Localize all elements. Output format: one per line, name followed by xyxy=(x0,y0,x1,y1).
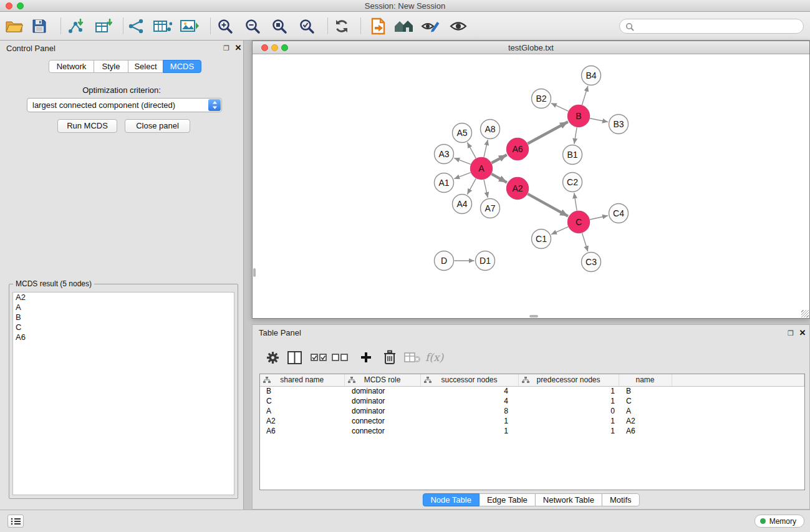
close-traffic-light[interactable] xyxy=(6,2,12,9)
graph-edge-A-A8[interactable] xyxy=(484,140,488,157)
table-cell[interactable]: 1 xyxy=(518,416,619,426)
memory-button[interactable]: Memory xyxy=(755,515,804,528)
graph-edge-C-C4[interactable] xyxy=(590,216,608,220)
annotation-mode-button[interactable] xyxy=(421,19,440,33)
table-cell[interactable]: A2 xyxy=(260,416,344,426)
graph-edge-A-A5[interactable] xyxy=(467,142,476,158)
table-cell[interactable]: connector xyxy=(344,426,420,436)
network-zoom-traffic-light[interactable] xyxy=(281,44,288,51)
table-cell[interactable]: 1 xyxy=(518,396,619,406)
table-row[interactable]: Bdominator41B xyxy=(260,386,804,396)
graph-edge-B-B3[interactable] xyxy=(590,118,608,122)
refresh-button[interactable] xyxy=(334,18,350,34)
table-cell[interactable]: dominator xyxy=(344,396,420,406)
graph-edge-A-A7[interactable] xyxy=(484,180,488,198)
column-header-shared-name[interactable]: shared name xyxy=(260,374,344,386)
graph-edge-C-C1[interactable] xyxy=(551,227,568,235)
deselect-all-columns-button[interactable] xyxy=(332,345,348,370)
tab-mcds[interactable]: MCDS xyxy=(163,60,201,73)
table-cell[interactable]: A xyxy=(619,406,672,416)
graph-edge-A-A6[interactable] xyxy=(491,155,507,163)
table-cell[interactable]: 1 xyxy=(420,416,518,426)
mcds-result-item[interactable]: C xyxy=(13,322,234,332)
show-hide-button[interactable] xyxy=(450,21,467,32)
tab-style[interactable]: Style xyxy=(94,60,128,73)
zoom-fit-button[interactable] xyxy=(271,18,287,34)
table-cell[interactable]: 4 xyxy=(420,386,518,396)
column-header-predecessor-nodes[interactable]: predecessor nodes xyxy=(518,374,619,386)
mcds-result-item[interactable]: A xyxy=(13,302,234,312)
table-cell[interactable]: C xyxy=(260,396,344,406)
zoom-selected-button[interactable] xyxy=(299,18,315,34)
graph-edge-A-A3[interactable] xyxy=(454,158,470,164)
save-session-button[interactable] xyxy=(32,19,47,34)
mcds-result-list[interactable]: A2ABCA6 xyxy=(12,292,234,495)
import-network-button[interactable] xyxy=(67,18,84,34)
network-close-traffic-light[interactable] xyxy=(261,44,268,51)
tab-network[interactable]: Network xyxy=(49,60,94,73)
table-cell[interactable]: C xyxy=(619,396,672,406)
close-panel-icon[interactable]: ✕ xyxy=(234,44,243,52)
table-cell[interactable]: A2 xyxy=(619,416,672,426)
table-float-icon[interactable]: ❐ xyxy=(786,329,795,337)
table-cell[interactable]: 0 xyxy=(518,406,619,416)
graph-edge-B-B4[interactable] xyxy=(582,86,588,105)
network-canvas[interactable]: B4B2BB3A8A5A6A3B1AC2A1A2A4A7C4CC1C3DD1 xyxy=(253,54,809,318)
tab-motifs[interactable]: Motifs xyxy=(602,493,640,506)
graph-edge-A-A4[interactable] xyxy=(467,178,476,194)
graph-edge-C-C2[interactable] xyxy=(574,193,577,210)
table-cell[interactable]: A6 xyxy=(260,426,344,436)
graph-edge-A-A1[interactable] xyxy=(454,173,470,179)
graph-edge-B-B1[interactable] xyxy=(574,127,577,143)
table-settings-button[interactable] xyxy=(266,345,280,370)
graph-edge-C-C3[interactable] xyxy=(582,233,588,252)
table-cell[interactable]: 1 xyxy=(420,426,518,436)
network-table-button[interactable] xyxy=(153,19,172,34)
table-cell[interactable]: B xyxy=(619,386,672,396)
column-header-successor-nodes[interactable]: successor nodes xyxy=(420,374,518,386)
close-panel-button[interactable]: Close panel xyxy=(125,119,190,133)
open-session-file-button[interactable] xyxy=(370,17,387,35)
search-input[interactable] xyxy=(637,20,797,32)
delete-column-button[interactable] xyxy=(383,345,396,370)
task-history-button[interactable] xyxy=(7,515,24,528)
table-cell[interactable]: B xyxy=(260,386,344,396)
mcds-result-item[interactable]: A6 xyxy=(13,332,234,342)
table-row[interactable]: A6connector11A6 xyxy=(260,426,804,436)
criterion-select[interactable]: largest connected component (directed) xyxy=(27,98,222,112)
vertical-scrollbar-thumb[interactable] xyxy=(253,268,256,277)
graph-edge-A2-C[interactable] xyxy=(528,194,568,216)
table-cell[interactable]: 4 xyxy=(420,396,518,406)
tab-network-table[interactable]: Network Table xyxy=(535,493,602,506)
table-row[interactable]: Cdominator41C xyxy=(260,396,804,406)
create-column-button[interactable] xyxy=(360,345,372,370)
table-row[interactable]: A2connector11A2 xyxy=(260,416,804,426)
tab-select[interactable]: Select xyxy=(128,60,163,73)
table-row[interactable]: Adominator80A xyxy=(260,406,804,416)
table-cell[interactable]: dominator xyxy=(344,406,420,416)
table-cell[interactable]: 8 xyxy=(420,406,518,416)
export-image-button[interactable] xyxy=(180,19,199,34)
open-session-button[interactable] xyxy=(5,19,24,34)
mcds-result-item[interactable]: A2 xyxy=(13,293,234,302)
import-table-button[interactable] xyxy=(95,18,112,34)
tab-node-table[interactable]: Node Table xyxy=(422,493,480,506)
network-window-titlebar[interactable]: testGlobe.txt xyxy=(253,41,809,54)
graph-edge-A-A2[interactable] xyxy=(491,174,507,183)
table-cell[interactable]: A xyxy=(260,406,344,416)
horizontal-scrollbar-thumb[interactable] xyxy=(529,315,538,317)
table-cell[interactable]: dominator xyxy=(344,386,420,396)
table-close-icon[interactable]: ✕ xyxy=(798,329,807,337)
graph-edge-A6-B[interactable] xyxy=(528,122,568,143)
mcds-result-item[interactable]: B xyxy=(13,312,234,322)
new-network-button[interactable] xyxy=(128,19,145,34)
graph-edge-B-B2[interactable] xyxy=(551,103,568,111)
column-header-mcds-role[interactable]: MCDS role xyxy=(344,374,420,386)
tab-edge-table[interactable]: Edge Table xyxy=(479,493,536,506)
column-header-name[interactable]: name xyxy=(619,374,672,386)
zoom-traffic-light[interactable] xyxy=(17,2,24,9)
float-panel-icon[interactable]: ❐ xyxy=(222,44,231,52)
table-cell[interactable]: 1 xyxy=(518,386,619,396)
function-builder-button-disabled[interactable]: f(x) xyxy=(425,345,443,370)
table-cell[interactable]: A6 xyxy=(619,426,672,436)
